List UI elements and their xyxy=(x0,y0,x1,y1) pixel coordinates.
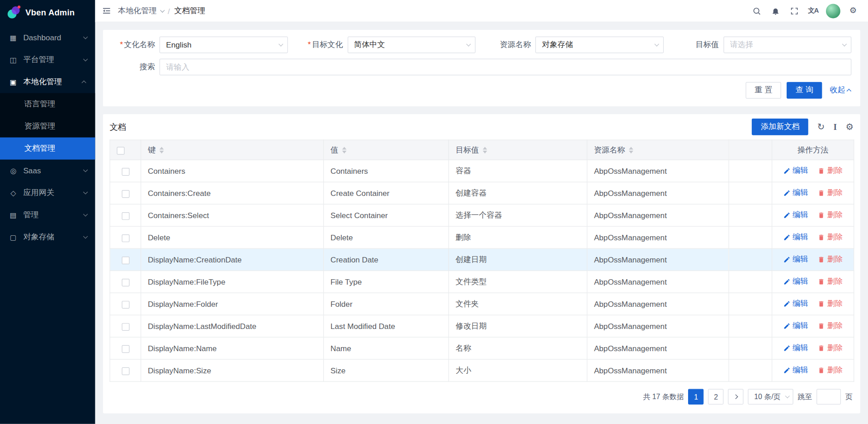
delete-button[interactable]: 删除 xyxy=(818,254,843,264)
sort-icon[interactable] xyxy=(342,147,347,153)
add-document-button[interactable]: 添加新文档 xyxy=(752,119,808,135)
table-row[interactable]: DisplayName:LastModifiedDate Last Modifi… xyxy=(110,315,854,337)
row-checkbox[interactable] xyxy=(122,234,129,242)
row-checkbox[interactable] xyxy=(122,345,129,353)
delete-button[interactable]: 删除 xyxy=(818,232,843,242)
delete-button[interactable]: 删除 xyxy=(818,210,843,220)
column-settings-icon[interactable]: ⚙ xyxy=(846,123,854,132)
cell-blank xyxy=(729,315,772,337)
page-size-select[interactable]: 10 条/页 xyxy=(748,389,793,405)
edit-button[interactable]: 编辑 xyxy=(783,365,808,375)
collapse-link[interactable]: 收起 xyxy=(830,86,852,95)
delete-button[interactable]: 删除 xyxy=(818,188,843,198)
cell-key: DisplayName:Folder xyxy=(141,293,324,315)
table-row[interactable]: DisplayName:Name Name 名称 AbpOssManagemen… xyxy=(110,337,854,359)
row-checkbox[interactable] xyxy=(122,168,129,176)
search-input[interactable] xyxy=(160,59,852,76)
filter-panel: *文化名称 English *目标文化 简体中文 xyxy=(103,30,860,106)
gear-icon[interactable]: ⚙ xyxy=(845,0,862,22)
edit-button[interactable]: 编辑 xyxy=(783,343,808,353)
sidebar-item-language-management[interactable]: 语言管理 xyxy=(0,93,95,115)
delete-button[interactable]: 删除 xyxy=(818,343,843,353)
table-row[interactable]: DisplayName:Size Size 大小 AbpOssManagemen… xyxy=(110,359,854,381)
chevron-up-icon xyxy=(81,81,86,85)
page-2-button[interactable]: 2 xyxy=(708,389,724,405)
required-asterisk: * xyxy=(308,40,311,49)
trash-icon xyxy=(818,344,825,352)
table-body: Containers Containers 容器 AbpOssManagemen… xyxy=(110,160,854,381)
table-row[interactable]: DisplayName:CreationDate Creation Date 创… xyxy=(110,248,854,271)
pencil-icon xyxy=(783,278,790,285)
edit-button[interactable]: 编辑 xyxy=(783,299,808,309)
page-1-button[interactable]: 1 xyxy=(688,389,703,405)
table-row[interactable]: Containers:Select Select Container 选择一个容… xyxy=(110,204,854,226)
table-toolbar: 文档 添加新文档 ↻ I ⚙ xyxy=(109,114,854,139)
table-row[interactable]: DisplayName:FileType File Type 文件类型 AbpO… xyxy=(110,271,854,293)
notification-bell-icon[interactable] xyxy=(767,0,784,22)
sort-icon[interactable] xyxy=(629,147,633,153)
sidebar-item-saas[interactable]: ◎ Saas xyxy=(0,160,95,182)
culture-name-select[interactable]: English xyxy=(160,37,288,53)
search-icon[interactable] xyxy=(749,0,765,22)
sidebar-item-dashboard[interactable]: ▦ Dashboard xyxy=(0,27,95,49)
row-checkbox[interactable] xyxy=(122,190,129,198)
next-page-button[interactable] xyxy=(728,389,744,405)
edit-button[interactable]: 编辑 xyxy=(783,321,808,331)
app-logo[interactable]: Vben Admin xyxy=(0,0,95,24)
row-checkbox[interactable] xyxy=(122,300,129,308)
resource-name-select[interactable]: 对象存储 xyxy=(535,37,663,53)
table-row[interactable]: DisplayName:Folder Folder 文件夹 AbpOssMana… xyxy=(110,293,854,315)
cell-blank xyxy=(729,182,772,204)
sidebar-item-localization[interactable]: ▣ 本地化管理 xyxy=(0,71,95,93)
jump-page-input[interactable] xyxy=(816,389,841,405)
delete-button[interactable]: 删除 xyxy=(818,365,843,375)
cell-target-value: 修改日期 xyxy=(448,315,587,337)
breadcrumb-parent[interactable]: 本地化管理 xyxy=(118,6,163,16)
target-culture-select[interactable]: 简体中文 xyxy=(347,37,475,53)
sidebar-item-object-storage[interactable]: ▢ 对象存储 xyxy=(0,226,95,248)
delete-button[interactable]: 删除 xyxy=(818,299,843,309)
avatar[interactable] xyxy=(826,4,840,18)
target-value-select[interactable]: 请选择 xyxy=(723,37,851,53)
sidebar-item-document-management[interactable]: 文档管理 xyxy=(0,138,95,160)
row-checkbox[interactable] xyxy=(122,323,129,330)
delete-button[interactable]: 删除 xyxy=(818,321,843,331)
query-button[interactable]: 查 询 xyxy=(787,82,822,99)
row-checkbox[interactable] xyxy=(122,256,129,264)
localization-submenu: 语言管理 资源管理 文档管理 xyxy=(0,93,95,160)
edit-button[interactable]: 编辑 xyxy=(783,166,808,176)
table-row[interactable]: Delete Delete 删除 AbpOssManagement 编辑 删除 xyxy=(110,226,854,248)
select-all-checkbox[interactable] xyxy=(117,147,124,154)
sort-icon[interactable] xyxy=(483,147,487,153)
fullscreen-icon[interactable] xyxy=(786,0,803,22)
sort-icon[interactable] xyxy=(160,147,164,153)
reset-button[interactable]: 重 置 xyxy=(746,82,781,99)
edit-button[interactable]: 编辑 xyxy=(783,232,808,242)
table-row[interactable]: Containers:Create Create Container 创建容器 … xyxy=(110,182,854,204)
sidebar-item-admin[interactable]: ▤ 管理 xyxy=(0,204,95,226)
translate-icon[interactable]: 文A xyxy=(805,0,821,22)
table-row[interactable]: Containers Containers 容器 AbpOssManagemen… xyxy=(110,160,854,182)
row-height-icon[interactable]: I xyxy=(834,123,837,131)
delete-button[interactable]: 删除 xyxy=(818,276,843,286)
pencil-icon xyxy=(783,322,790,329)
cell-value: Size xyxy=(324,359,449,381)
delete-button[interactable]: 删除 xyxy=(818,166,843,176)
column-header-value: 值 xyxy=(330,145,338,155)
menu-fold-icon[interactable] xyxy=(102,6,111,15)
row-checkbox[interactable] xyxy=(122,212,129,220)
edit-button[interactable]: 编辑 xyxy=(783,188,808,198)
refresh-icon[interactable]: ↻ xyxy=(817,123,825,132)
row-checkbox[interactable] xyxy=(122,278,129,286)
cell-resource-name: AbpOssManagement xyxy=(587,315,729,337)
sidebar-item-resource-management[interactable]: 资源管理 xyxy=(0,115,95,138)
cell-resource-name: AbpOssManagement xyxy=(587,359,729,381)
sidebar-item-platform[interactable]: ◫ 平台管理 xyxy=(0,49,95,71)
sidebar-item-gateway[interactable]: ◇ 应用网关 xyxy=(0,182,95,204)
cell-target-value: 文件夹 xyxy=(448,293,587,315)
edit-button[interactable]: 编辑 xyxy=(783,276,808,286)
logo-icon xyxy=(7,5,21,19)
edit-button[interactable]: 编辑 xyxy=(783,210,808,220)
row-checkbox[interactable] xyxy=(122,367,129,375)
edit-button[interactable]: 编辑 xyxy=(783,254,808,264)
